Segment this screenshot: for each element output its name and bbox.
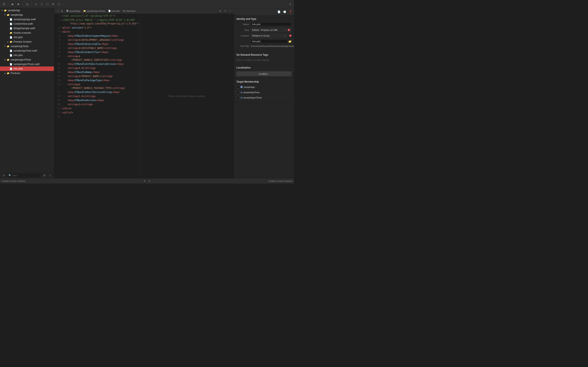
breadcrumb-back-button[interactable]: ◀ xyxy=(56,9,60,13)
source-control-preview: File is not under source control xyxy=(140,14,234,178)
inspector-toolbar: 📄 🕐 ❓ xyxy=(234,8,294,16)
tree-item-sampleapptests[interactable]: ▶ 📁 sampleAppTests xyxy=(0,44,54,49)
sidebar-toggle-icon[interactable]: ☰ xyxy=(2,2,6,6)
code-line-12: 12 <string>6.0</string> xyxy=(54,66,140,70)
line-number-6: 6 xyxy=(54,38,62,42)
tree-item-info-plist-3[interactable]: ▶ 📄 Info.plist xyxy=(0,67,54,71)
tree-item-products[interactable]: ▶ 📁 Products xyxy=(0,71,54,75)
tree-item-sampleapp-group[interactable]: ▶ 📁 sampleApp xyxy=(0,13,54,17)
filename-field[interactable]: Info.plist xyxy=(251,39,287,43)
line-content-21: </dict> xyxy=(62,106,140,110)
line-content-23 xyxy=(62,115,140,115)
add-file-button[interactable]: + xyxy=(2,173,6,178)
scheme-selector[interactable]: ◎ xyxy=(25,2,29,6)
target-checkbox-sampleappuitests[interactable] xyxy=(236,96,239,99)
file-navigator: ▶ 📁 sampleApp ▶ 📁 sampleApp ▶ 📄 sampleA xyxy=(0,8,54,178)
type-dropdown-arrow: ▼ xyxy=(285,29,286,31)
history-inspector-icon[interactable]: 🕐 xyxy=(283,10,287,14)
folder-browse-icon[interactable]: 📁 xyxy=(288,40,292,43)
target-checkbox-sampleapp[interactable] xyxy=(236,86,239,89)
tree-item-sampleappuitests[interactable]: ▶ 📁 sampleAppUITests xyxy=(0,58,54,62)
breadcrumb-sampleapp[interactable]: 🅐 sampleApp xyxy=(66,9,81,13)
tree-label-sampleapptests: sampleAppTests xyxy=(11,45,29,48)
breadcrumb-right-controls: ⊞ ✕ + xyxy=(218,9,232,13)
tree-item-info-plist-1[interactable]: ▶ 📄 Info.plist xyxy=(0,35,54,40)
fullpath-label: Full Path xyxy=(236,45,251,47)
type-dropdown[interactable]: Default - Property List XML ▼ xyxy=(251,28,292,32)
line-number-3: 3 xyxy=(54,26,62,30)
filter-list-icon[interactable]: ≡ xyxy=(48,173,52,178)
filter-label: Filter xyxy=(12,174,17,177)
breadcrumb-sep-3: › xyxy=(121,10,121,12)
main-toolbar: ☰ ▶ ■ ◎ ⚠ ◇ ⬡ ⊛ ⬡ ≡ xyxy=(0,0,294,8)
folder-icon-sampleapp-root: 📁 xyxy=(4,9,7,12)
line-number-2: 2 xyxy=(54,18,62,22)
line-number-7: 7 xyxy=(54,42,62,46)
ondemand-placeholder: Add to a target to enable tagging xyxy=(236,58,292,62)
breakpoint-icon[interactable]: ⬡ xyxy=(57,2,61,6)
breadcrumb-infoplist[interactable]: 📄 Info.plist xyxy=(107,9,121,13)
editor-split-icon[interactable]: ⊞ xyxy=(218,9,222,13)
line-number-15: 15 xyxy=(54,78,62,82)
tree-label-sampleapptests-swift: sampleAppTests.swift xyxy=(13,49,37,52)
warning-icon[interactable]: ⚠ xyxy=(34,2,38,6)
folder-icon-products: 📁 xyxy=(7,72,10,75)
status-nav-forward[interactable]: ▶ xyxy=(148,179,151,183)
filename-value: Info.plist xyxy=(252,40,260,43)
main-layout: ▶ 📁 sampleApp ▶ 📁 sampleApp ▶ 📄 sampleA xyxy=(0,8,294,178)
folder-icon-assets: 📁 xyxy=(9,31,13,34)
tree-arrow-products: ▶ xyxy=(4,72,7,75)
breadcrumb-noselection[interactable]: No Selection xyxy=(122,9,136,13)
tree-item-sampleapptests-swift[interactable]: ▶ 📄 sampleAppTests.swift xyxy=(0,49,54,53)
run-button[interactable]: ▶ xyxy=(10,2,15,6)
line-content-8: <string>$(EXECUTABLE_NAME)</string> xyxy=(62,46,140,50)
type-clear-badge[interactable] xyxy=(288,29,290,31)
line-number-18: 18 xyxy=(54,94,62,98)
location-dropdown[interactable]: Relative to Group ▼ xyxy=(251,34,287,38)
breadcrumb-sampleappuitests[interactable]: 📁 sampleAppUITests xyxy=(82,9,106,13)
editor-split: 1 <?xml version="1.0" encoding="UTF-8"?>… xyxy=(54,14,234,178)
inspector-filename-row: Info.plist 📁 xyxy=(236,39,292,44)
line-content-19: <key>CFBundleVersion</key> xyxy=(62,98,140,102)
tree-item-assets-xcassets[interactable]: ▶ 📁 Assets.xcassets xyxy=(0,31,54,35)
tree-item-contentview-swift[interactable]: ▶ 📄 ContentView.swift xyxy=(0,22,54,26)
stop-button[interactable]: ■ xyxy=(16,2,21,6)
editor-close-icon[interactable]: ✕ xyxy=(223,9,227,13)
tree-item-info-plist-2[interactable]: ▶ 📄 Info.plist xyxy=(0,53,54,58)
code-line-9: 9 <key>CFBundleIdentifier</key> xyxy=(54,50,140,54)
env-icon[interactable]: ⬡ xyxy=(45,2,50,6)
target-label-sampleappuitests: sampleAppUITests xyxy=(243,96,262,99)
localize-button[interactable]: Localize... xyxy=(236,72,292,76)
tree-item-sampleappuitests-swift[interactable]: ▶ 📄 sampleAppUITests.swift xyxy=(0,62,54,67)
line-content-18: <string>1.0</string> xyxy=(62,94,140,98)
code-line-1: 1 <?xml version="1.0" encoding="UTF-8"?> xyxy=(54,14,140,18)
tree-item-sampleapp-root[interactable]: ▶ 📁 sampleApp xyxy=(0,8,54,13)
name-field[interactable]: Info.plist xyxy=(251,22,292,26)
tree-label-info-plist-2: Info.plist xyxy=(13,54,23,57)
filter-options-icon[interactable]: ⊞ xyxy=(42,173,47,178)
target-checkbox-sampleapptests[interactable] xyxy=(236,91,239,94)
line-number-10: 10 xyxy=(54,54,62,58)
help-inspector-icon[interactable]: ❓ xyxy=(288,10,292,14)
breadcrumb-forward-button[interactable]: ▶ xyxy=(60,9,64,13)
identity-type-section: Identity and Type Name Info.plist Type D… xyxy=(234,16,294,51)
code-line-20: 20 <string>1</string> xyxy=(54,102,140,106)
memory-icon[interactable]: ⊛ xyxy=(51,2,55,6)
line-number-13: 13 xyxy=(54,70,62,74)
breadcrumb-uitests-icon: 📁 xyxy=(83,10,86,12)
file-inspector-icon[interactable]: 📄 xyxy=(277,10,281,14)
tree-item-sampleappapp-swift[interactable]: ▶ 📄 sampleAppApp.swift xyxy=(0,17,54,22)
location-clear-badge[interactable] xyxy=(289,34,292,37)
tree-label-widgetsample-swift: WidgetSample.swift xyxy=(13,27,35,30)
inspector-fullpath-row: Full Path /Users/shiraishunpei/Desktop/s… xyxy=(236,45,292,48)
navigator-icon[interactable]: ≡ xyxy=(288,2,292,6)
bookmark-icon[interactable]: ◇ xyxy=(39,2,44,6)
tree-item-widgetsample-swift[interactable]: ▶ 📄 WidgetSample.swift xyxy=(0,26,54,31)
tree-item-preview-content[interactable]: ▶ 📁 Preview Content xyxy=(0,40,54,44)
editor-add-icon[interactable]: + xyxy=(228,9,232,13)
line-number-17: 17 xyxy=(54,90,62,94)
code-editor[interactable]: 1 <?xml version="1.0" encoding="UTF-8"?>… xyxy=(54,14,140,178)
status-nav-back[interactable]: ◀ xyxy=(143,179,146,183)
status-left-message: Unable to load revisions xyxy=(2,180,26,182)
code-lines: 1 <?xml version="1.0" encoding="UTF-8"?>… xyxy=(54,14,140,178)
